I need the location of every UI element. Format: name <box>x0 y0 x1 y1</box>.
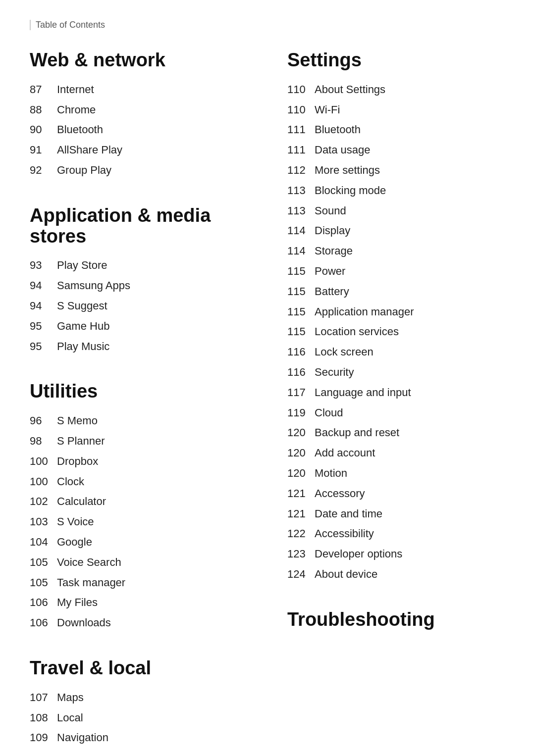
list-item: 92Group Play <box>30 160 248 181</box>
toc-text: Data usage <box>315 143 371 158</box>
toc-number: 94 <box>30 278 57 294</box>
list-item: 106My Files <box>30 593 248 613</box>
toc-list-travel-local: 107Maps108Local109Navigation <box>30 688 248 748</box>
toc-number: 120 <box>287 425 315 441</box>
list-item: 115Application manager <box>287 302 505 322</box>
toc-text: Sound <box>315 203 346 219</box>
toc-number: 108 <box>30 710 57 726</box>
toc-text: Date and time <box>315 506 382 522</box>
toc-text: Chrome <box>57 102 96 118</box>
list-item: 113Blocking mode <box>287 181 505 201</box>
toc-number: 105 <box>30 575 57 591</box>
list-item: 103S Voice <box>30 512 248 532</box>
toc-number: 100 <box>30 474 57 490</box>
list-item: 121Date and time <box>287 504 505 524</box>
list-item: 114Storage <box>287 241 505 261</box>
list-item: 112More settings <box>287 160 505 181</box>
toc-number: 114 <box>287 223 315 239</box>
toc-number: 120 <box>287 446 315 461</box>
toc-text: Accessibility <box>315 526 374 542</box>
toc-number: 114 <box>287 244 315 259</box>
toc-number: 95 <box>30 319 57 334</box>
list-item: 108Local <box>30 708 248 728</box>
toc-number: 116 <box>287 345 315 360</box>
toc-number: 113 <box>287 183 315 199</box>
toc-number: 98 <box>30 434 57 449</box>
toc-number: 121 <box>287 486 315 502</box>
toc-text: Calculator <box>57 494 106 509</box>
list-item: 115Power <box>287 261 505 282</box>
toc-text: Play Music <box>57 339 109 354</box>
toc-number: 124 <box>287 567 315 582</box>
toc-text: Lock screen <box>315 345 374 360</box>
toc-number: 110 <box>287 102 315 118</box>
section-title-web-network: Web & network <box>30 50 248 71</box>
toc-number: 100 <box>30 454 57 469</box>
toc-number: 116 <box>287 365 315 380</box>
toc-text: Location services <box>315 324 399 340</box>
toc-text: Accessory <box>315 486 365 502</box>
toc-number: 121 <box>287 506 315 522</box>
toc-text: Downloads <box>57 615 111 631</box>
list-item: 115Location services <box>287 322 505 342</box>
toc-number: 106 <box>30 595 57 610</box>
toc-list-settings: 110About Settings110Wi-Fi111Bluetooth111… <box>287 80 505 585</box>
list-item: 94Samsung Apps <box>30 276 248 296</box>
toc-number: 111 <box>287 143 315 158</box>
toc-text: Developer options <box>315 547 402 562</box>
toc-number: 102 <box>30 494 57 509</box>
toc-number: 104 <box>30 535 57 550</box>
toc-text: About Settings <box>315 82 385 98</box>
toc-text: Game Hub <box>57 319 109 334</box>
section-web-network: Web & network87Internet88Chrome90Bluetoo… <box>30 50 248 181</box>
left-column: Web & network87Internet88Chrome90Bluetoo… <box>30 50 268 756</box>
list-item: 105Voice Search <box>30 553 248 573</box>
page-container: Table of Contents Web & network87Interne… <box>0 0 535 756</box>
toc-text: Blocking mode <box>315 183 386 199</box>
section-title-settings: Settings <box>287 50 505 71</box>
toc-number: 103 <box>30 514 57 530</box>
toc-text: My Files <box>57 595 98 610</box>
toc-text: S Planner <box>57 434 105 449</box>
list-item: 104Google <box>30 532 248 553</box>
toc-number: 94 <box>30 299 57 314</box>
list-item: 122Accessibility <box>287 524 505 544</box>
toc-number: 119 <box>287 405 315 421</box>
toc-number: 120 <box>287 466 315 481</box>
toc-text: Local <box>57 710 83 726</box>
toc-number: 122 <box>287 526 315 542</box>
toc-text: Storage <box>315 244 353 259</box>
toc-text: Security <box>315 365 354 380</box>
toc-number: 96 <box>30 413 57 429</box>
list-item: 105Task manager <box>30 573 248 593</box>
toc-number: 87 <box>30 82 57 98</box>
list-item: 116Lock screen <box>287 342 505 362</box>
toc-number: 93 <box>30 258 57 273</box>
section-app-media: Application & media stores93Play Store94… <box>30 205 248 357</box>
toc-text: Navigation <box>57 730 108 746</box>
list-item: 95Play Music <box>30 337 248 357</box>
toc-text: Power <box>315 264 345 279</box>
toc-number: 88 <box>30 102 57 118</box>
toc-number: 115 <box>287 284 315 300</box>
list-item: 114Display <box>287 221 505 241</box>
toc-text: Language and input <box>315 385 411 401</box>
toc-text: Cloud <box>315 405 343 421</box>
toc-text: More settings <box>315 163 380 178</box>
toc-number: 110 <box>287 82 315 98</box>
toc-text: Google <box>57 535 92 550</box>
toc-text: S Memo <box>57 413 98 429</box>
toc-number: 113 <box>287 203 315 219</box>
section-title-app-media: Application & media stores <box>30 205 248 247</box>
toc-number: 90 <box>30 122 57 138</box>
list-item: 93Play Store <box>30 255 248 276</box>
list-item: 120Backup and reset <box>287 423 505 443</box>
toc-number: 115 <box>287 264 315 279</box>
toc-text: Internet <box>57 82 94 98</box>
list-item: 120Motion <box>287 463 505 484</box>
section-settings: Settings110About Settings110Wi-Fi111Blue… <box>287 50 505 585</box>
toc-number: 92 <box>30 163 57 178</box>
list-item: 100Clock <box>30 472 248 492</box>
toc-list-utilities: 96S Memo98S Planner100Dropbox100Clock102… <box>30 411 248 633</box>
toc-number: 105 <box>30 555 57 570</box>
